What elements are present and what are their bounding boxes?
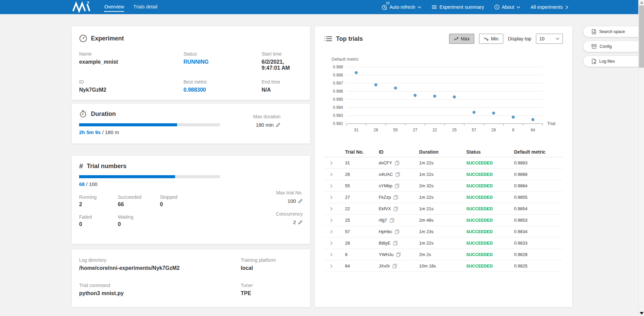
copy-icon[interactable] [396,172,400,177]
trial-metric-cell: 0.9828 [508,252,563,257]
id-label: ID [79,79,183,85]
log-directory-value: /home/core/nni-experiments/Nyk7GzM2 [79,265,241,271]
chevron-down-icon [555,37,560,40]
main-content: Experiment Name example_mnist Status RUN… [0,14,644,316]
stat-value: 0 [160,201,204,208]
chevron-right-icon [330,184,333,188]
copy-icon[interactable] [394,207,398,211]
expand-row-button[interactable] [324,241,339,245]
expand-row-button[interactable] [324,207,339,211]
table-row: 55 sYMbp 2m 32s SUCCEEDED 0.9864 [324,180,563,192]
copy-icon[interactable] [395,184,399,188]
min-toggle-button[interactable]: Min [479,34,503,44]
duration-progress-text: 2h 5m 9s / 180 m [79,129,220,135]
expand-row-button[interactable] [324,218,339,222]
chevron-right-icon [330,230,333,234]
trial-id: YWHJu [379,252,394,257]
max-toggle-button[interactable]: Max [449,34,474,44]
expand-row-button[interactable] [324,264,339,268]
stat-label: Failed [79,214,118,220]
scrollbar-thumb[interactable] [639,5,644,68]
top-navbar: Overview Trials detail 10 Auto refresh [0,0,644,14]
overview-right-column: Top trials Max Min Display top [315,26,572,307]
all-experiments-link[interactable]: All experiments [531,4,568,10]
trial-status-cell: SUCCEEDED [460,218,508,223]
table-row: 28 Bt8yE 1m 22s SUCCEEDED 0.9833 [324,238,563,249]
trial-duration-cell: 1m 22s [413,241,460,246]
tuner-value: TPE [241,290,303,296]
log-directory-label: Log directory [79,257,241,263]
experiment-summary-button[interactable]: Experiment summary [432,4,484,10]
scrollbar-up-arrow[interactable] [640,1,643,4]
nni-logo[interactable] [72,1,93,13]
copy-icon[interactable] [393,241,398,246]
edit-pencil-icon[interactable] [298,199,303,203]
nni-logo-icon [72,1,93,13]
svg-text:64: 64 [531,128,535,132]
svg-text:57: 57 [472,128,476,132]
duration-elapsed: 2h 5m 9s [79,129,101,135]
expand-row-button[interactable] [324,161,339,165]
trial-duration-cell: 1m 22s [413,195,460,200]
trial-metric-cell: 0.9833 [508,241,563,246]
status-label: Status [183,51,262,57]
field-tuner: Tuner TPE [241,283,303,299]
config-button[interactable]: Config [583,41,644,52]
search-space-button[interactable]: Search space [583,26,644,37]
field-log-directory: Log directory /home/core/nni-experiments… [79,257,241,274]
log-files-doc-icon [591,59,596,64]
svg-text:27: 27 [413,128,417,132]
table-row: 25 r9jj7 2m 48s SUCCEEDED 0.9853 [324,215,563,226]
copy-icon[interactable] [396,252,401,257]
tab-trials-detail[interactable]: Trials detail [133,3,158,12]
id-value: Nyk7GzM2 [79,87,183,93]
expand-row-button[interactable] [324,253,339,257]
trials-progress-bar [79,175,220,178]
copy-icon[interactable] [390,218,394,223]
tab-overview[interactable]: Overview [104,3,124,12]
trial-id-cell: Bt8yE [373,241,413,246]
log-files-button[interactable]: Log files [583,56,644,67]
copy-icon[interactable] [395,229,399,234]
field-status: Status RUNNING [183,51,262,71]
max-trial-field: Max trial No. 100 [276,190,303,204]
trial-stat: Waiting 0 [118,214,160,227]
copy-icon[interactable] [395,161,399,165]
edit-pencil-icon[interactable] [276,123,280,127]
expand-row-button[interactable] [324,195,339,199]
trial-no-cell: 64 [339,263,373,268]
trial-duration-cell: 1m 21s [413,206,460,211]
trial-metric-cell: 0.9834 [508,229,563,234]
edit-pencil-icon[interactable] [298,220,303,225]
trial-id-cell: FkZzp [373,195,413,200]
trial-id: o4UAC [379,172,393,177]
display-top-select[interactable]: 10 [536,34,563,44]
vertical-scrollbar[interactable] [638,0,644,316]
svg-text:Trial: Trial [547,121,555,126]
svg-text:22: 22 [433,128,437,132]
trial-stat: Failed 0 [79,214,118,227]
expand-row-button[interactable] [324,184,339,188]
name-label: Name [79,51,183,57]
experiment-card: Experiment Name example_mnist Status RUN… [72,26,310,100]
about-menu[interactable]: About [494,4,521,10]
experiment-summary-label: Experiment summary [439,4,484,10]
experiment-card-title: Experiment [91,35,124,42]
trial-id: HpHbc [379,229,392,234]
duration-progress-bar [79,123,220,126]
trials-total: 100 [89,181,97,187]
copy-icon[interactable] [394,195,398,200]
trial-no-cell: 25 [339,218,373,223]
expand-row-button[interactable] [324,172,339,177]
stat-label: Waiting [118,214,160,220]
col-status: Status [460,149,508,155]
table-row: 8 YWHJu 2m 2s SUCCEEDED 0.9828 [324,249,563,260]
auto-refresh-menu[interactable]: 10 Auto refresh [381,4,421,10]
expand-row-button[interactable] [324,230,339,234]
copy-icon[interactable] [393,264,397,268]
scrollbar-down-arrow[interactable] [640,312,644,315]
nni-webui-page: Overview Trials detail 10 Auto refresh [0,0,644,316]
default-metric-scatter-chart[interactable]: 0.9820.9830.9840.9850.9860.9870.9880.989… [324,63,562,138]
chevron-right-icon [565,5,568,9]
trial-id-cell: HpHbc [373,229,413,234]
